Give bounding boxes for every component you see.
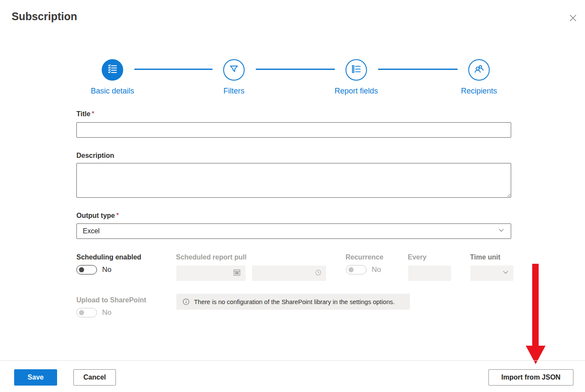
toggle-knob: [79, 310, 84, 315]
scheduled-date-input: [176, 265, 246, 281]
recurrence-toggle: [346, 265, 367, 274]
info-icon: [182, 298, 190, 305]
title-label: Title*: [76, 110, 94, 118]
recurrence-label: Recurrence: [346, 253, 383, 261]
filters-circle: [223, 59, 245, 81]
close-button[interactable]: [567, 12, 579, 25]
required-asterisk: *: [92, 110, 94, 118]
toggle-knob: [349, 267, 354, 272]
time-unit-label: Time unit: [470, 253, 500, 261]
required-asterisk: *: [116, 212, 119, 219]
upload-to-sharepoint-label: Upload to SharePoint: [76, 296, 146, 304]
chevron-down-icon: [498, 227, 505, 235]
step-label-report-fields: Report fields: [334, 87, 378, 96]
calendar-icon: [233, 268, 241, 278]
save-button[interactable]: Save: [14, 369, 57, 386]
sharepoint-info-message: There is no configuration of the SharePo…: [176, 294, 410, 310]
time-unit-dropdown: [470, 265, 513, 281]
stepper-connector-3: [378, 69, 458, 70]
list-check-icon: [106, 63, 118, 77]
toggle-knob: [79, 267, 84, 272]
scheduled-report-pull-label: Scheduled report pull: [176, 253, 246, 261]
stepper-step-basic-details[interactable]: Basic details: [102, 59, 123, 98]
upload-to-sharepoint-toggle: [76, 308, 97, 317]
scheduling-enabled-label: Scheduling enabled: [76, 253, 141, 261]
cancel-button[interactable]: Cancel: [73, 369, 116, 386]
annotation-arrow-head: [526, 346, 546, 364]
close-icon: [568, 13, 578, 24]
info-message-text: There is no configuration of the SharePo…: [194, 299, 395, 305]
basic-details-circle: [102, 59, 123, 81]
description-textarea[interactable]: [76, 163, 511, 198]
stepper-step-report-fields[interactable]: Report fields: [346, 59, 367, 98]
scheduling-enabled-value: No: [102, 265, 112, 274]
step-label-recipients: Recipients: [461, 87, 497, 96]
funnel-icon: [228, 63, 240, 77]
annotation-arrow-shaft: [532, 264, 539, 346]
stepper-connector-2: [256, 69, 335, 70]
stepper-step-recipients[interactable]: Recipients: [468, 59, 490, 98]
stepper-connector-1: [134, 69, 212, 70]
page-title: Subscription: [12, 10, 77, 23]
people-icon: [473, 63, 485, 77]
subscription-dialog: Subscription Basic details: [0, 0, 585, 392]
description-label: Description: [76, 152, 114, 160]
output-type-dropdown[interactable]: Excel: [76, 223, 511, 239]
scheduled-time-input: [252, 265, 326, 281]
output-type-label: Output type*: [76, 212, 119, 220]
footer-divider: [0, 360, 585, 361]
stepper-step-filters[interactable]: Filters: [223, 59, 245, 98]
recurrence-value: No: [372, 265, 381, 274]
chevron-down-icon: [502, 269, 509, 277]
recipients-circle: [468, 59, 490, 81]
upload-to-sharepoint-value: No: [102, 308, 112, 317]
title-input[interactable]: [76, 122, 511, 138]
every-label: Every: [408, 253, 427, 261]
step-label-filters: Filters: [224, 87, 245, 96]
step-label-basic-details: Basic details: [91, 87, 134, 96]
import-from-json-button[interactable]: Import from JSON: [488, 369, 573, 386]
every-input: [408, 265, 451, 281]
scheduling-enabled-toggle[interactable]: [76, 265, 97, 274]
clock-icon: [315, 269, 322, 278]
report-fields-circle: [346, 59, 367, 81]
report-list-icon: [350, 63, 362, 77]
output-type-value: Excel: [83, 227, 100, 235]
